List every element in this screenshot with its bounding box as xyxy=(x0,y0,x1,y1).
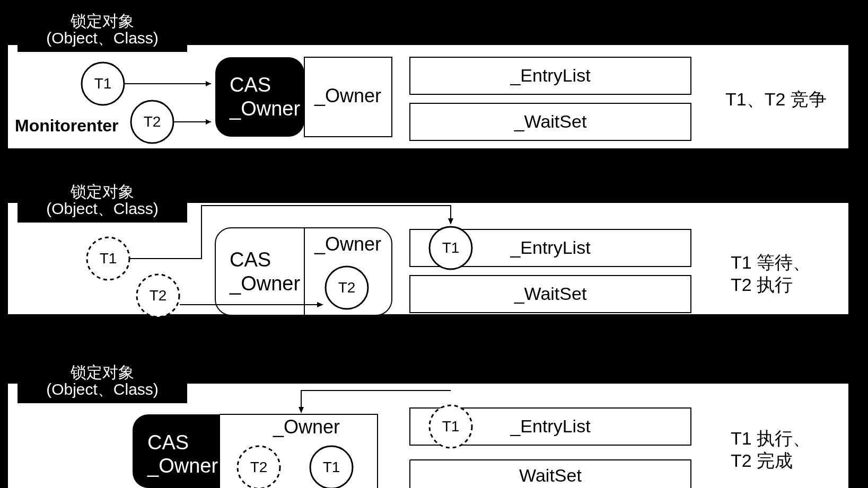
row2-caption-b: T2 执行 xyxy=(731,274,793,295)
row3-owner-label: _Owner xyxy=(273,416,340,438)
row1-header-zh: 锁定对象 xyxy=(70,12,134,30)
row3-header-zh: 锁定对象 xyxy=(70,363,134,381)
monitor-diagram: 锁定对象 (Object、Class) CAS _Owner _Owner T1… xyxy=(0,0,868,488)
row2-header-en: (Object、Class) xyxy=(46,200,159,217)
row3-owner-t2-label: T2 xyxy=(250,459,268,475)
row2-entrylist-label: _EntryList xyxy=(510,237,591,258)
row3-owner-t1-label: T1 xyxy=(323,459,340,475)
row3-cas-l2: _Owner xyxy=(147,455,218,477)
row2-entrylist-t1-label: T1 xyxy=(442,239,460,256)
row2-t2-label: T2 xyxy=(150,287,167,304)
row1-caption: T1、T2 竞争 xyxy=(725,89,827,109)
row2-header-zh: 锁定对象 xyxy=(70,183,134,200)
row1-cas-l2: _Owner xyxy=(229,97,300,120)
row1-owner-label: _Owner xyxy=(314,85,381,107)
row2-t1-label: T1 xyxy=(100,250,117,267)
row1-waitset-label: _WaitSet xyxy=(514,111,587,131)
row1-cas-l1: CAS xyxy=(230,74,271,96)
row1-t2-label: T2 xyxy=(144,113,161,130)
row2-owner-t2-label: T2 xyxy=(338,279,356,296)
row1-cas-box xyxy=(215,57,304,137)
row2-cas-l2: _Owner xyxy=(229,272,300,295)
row3-header-en: (Object、Class) xyxy=(46,380,159,398)
row1-header-en: (Object、Class) xyxy=(46,29,159,47)
row1-entrylist-label: _EntryList xyxy=(510,65,591,85)
row2-owner-label: _Owner xyxy=(314,233,381,255)
row1-t1-label: T1 xyxy=(94,75,112,92)
row3-cas-l1: CAS xyxy=(147,431,189,454)
row3-entrylist-label: _EntryList xyxy=(510,416,591,436)
row3-entrylist-t1-label: T1 xyxy=(442,418,460,434)
row2-cas-l1: CAS xyxy=(230,249,271,271)
row1-monitorenter: Monitorenter xyxy=(15,116,119,135)
row3-waitset-label: WaitSet xyxy=(519,465,582,485)
row2-waitset-label: _WaitSet xyxy=(514,283,587,304)
row2-caption-a: T1 等待、 xyxy=(731,252,811,272)
row3-caption-a: T1 执行、 xyxy=(731,428,811,448)
row3-caption-b: T2 完成 xyxy=(731,450,793,471)
